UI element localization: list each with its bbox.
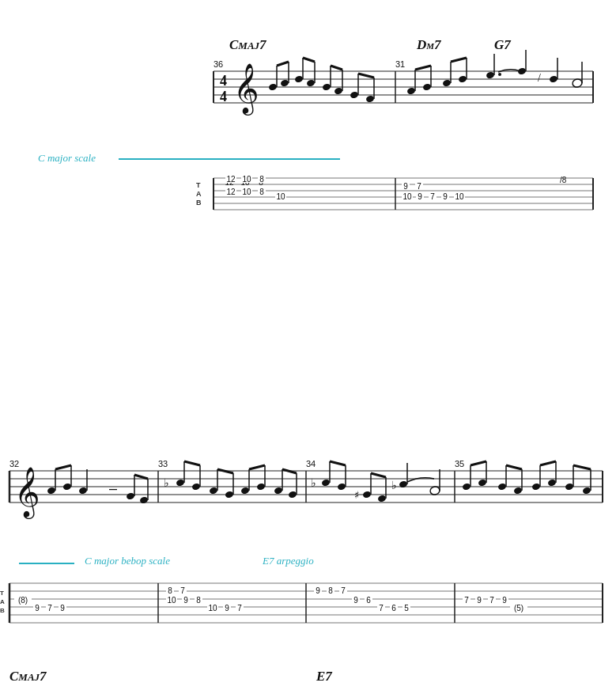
svg-point-20 <box>306 79 316 87</box>
svg-text:9: 9 <box>477 596 482 605</box>
svg-line-124 <box>134 475 148 479</box>
svg-text:9: 9 <box>443 192 448 201</box>
svg-text:34: 34 <box>306 459 316 468</box>
svg-point-136 <box>240 487 250 495</box>
svg-line-17 <box>277 62 289 66</box>
svg-point-173 <box>531 483 541 491</box>
svg-text:33: 33 <box>158 459 168 468</box>
svg-text:𝄞: 𝄞 <box>14 467 40 519</box>
svg-text:9: 9 <box>418 192 422 201</box>
svg-point-35 <box>422 83 432 91</box>
svg-text:10: 10 <box>402 192 412 201</box>
svg-text:9: 9 <box>502 596 507 605</box>
svg-point-178 <box>565 483 574 491</box>
svg-text:7: 7 <box>47 604 52 612</box>
svg-text:T: T <box>196 181 201 189</box>
svg-text:7: 7 <box>237 604 242 612</box>
svg-point-18 <box>294 75 304 83</box>
section-2: CMAJ7 E7 32 33 34 35 𝄞 <box>0 439 616 627</box>
svg-point-131 <box>209 487 218 495</box>
svg-point-23 <box>322 83 331 91</box>
scale-label-cmajor: C major scale <box>38 152 96 165</box>
svg-point-149 <box>337 483 346 491</box>
svg-text:8: 8 <box>259 175 264 184</box>
svg-text:A: A <box>196 190 202 198</box>
svg-line-116 <box>55 465 71 469</box>
svg-point-170 <box>513 487 523 495</box>
svg-text:/: / <box>538 72 541 84</box>
svg-text:7: 7 <box>379 604 384 612</box>
svg-point-153 <box>362 491 372 499</box>
svg-text:10: 10 <box>455 192 464 201</box>
svg-text:6: 6 <box>366 596 371 605</box>
svg-text:31: 31 <box>395 59 405 69</box>
svg-text:10: 10 <box>276 192 285 201</box>
svg-text:36: 36 <box>214 59 223 69</box>
svg-text:4: 4 <box>220 89 227 104</box>
svg-point-165 <box>478 479 487 487</box>
svg-line-172 <box>506 465 522 469</box>
svg-text:T: T <box>0 590 4 597</box>
svg-line-37 <box>415 66 431 70</box>
svg-point-112 <box>47 487 56 495</box>
scale-line-s2 <box>19 563 74 564</box>
svg-text:♭: ♭ <box>391 480 397 491</box>
svg-text:7: 7 <box>341 586 346 595</box>
svg-text:7: 7 <box>430 192 435 201</box>
svg-text:/8: /8 <box>560 176 567 184</box>
tab-section2: T A B (8) 9 7 9 8 7 10 9 8 10 <box>0 575 616 627</box>
svg-text:A: A <box>0 598 5 605</box>
scale-label-e7arp: E7 arpeggio <box>263 555 314 567</box>
svg-text:8: 8 <box>168 586 172 595</box>
svg-text:12: 12 <box>226 175 236 184</box>
svg-point-38 <box>442 79 452 87</box>
svg-point-141 <box>274 487 283 495</box>
svg-text:♭: ♭ <box>164 477 169 489</box>
svg-text:8: 8 <box>328 586 333 595</box>
svg-text:(8): (8) <box>18 596 28 605</box>
svg-text:9: 9 <box>353 596 358 605</box>
notation-section1: 36 31 4 4 𝄞 <box>0 28 616 150</box>
svg-point-33 <box>406 87 416 95</box>
svg-point-168 <box>497 483 507 491</box>
svg-text:9: 9 <box>35 604 40 612</box>
svg-line-177 <box>540 461 556 465</box>
svg-point-13 <box>268 83 278 91</box>
svg-point-180 <box>582 487 591 495</box>
svg-text:10: 10 <box>242 175 251 184</box>
svg-point-155 <box>377 495 387 502</box>
svg-point-133 <box>225 491 234 499</box>
svg-text:(5): (5) <box>514 604 523 612</box>
svg-line-140 <box>249 465 265 469</box>
scale-label-bebop: C major bebop scale <box>85 555 170 567</box>
svg-line-167 <box>471 461 486 465</box>
svg-text:5: 5 <box>404 604 409 612</box>
svg-text:4: 4 <box>220 73 227 89</box>
section-1: CMAJ7 DM7 G7 36 31 4 4 𝄞 <box>0 28 616 218</box>
svg-text:9: 9 <box>403 182 408 191</box>
svg-text:35: 35 <box>455 459 464 468</box>
svg-line-130 <box>184 461 200 465</box>
svg-line-22 <box>303 58 315 62</box>
svg-line-42 <box>451 58 467 62</box>
svg-point-147 <box>321 479 331 487</box>
scale-line-cmajor <box>119 158 340 160</box>
svg-text:8: 8 <box>259 188 264 196</box>
svg-text:7: 7 <box>180 586 185 595</box>
svg-point-30 <box>365 95 375 103</box>
svg-point-25 <box>334 87 343 95</box>
svg-point-40 <box>458 75 467 83</box>
svg-point-128 <box>191 483 201 491</box>
svg-point-45 <box>498 73 501 76</box>
svg-point-120 <box>126 492 135 500</box>
svg-text:9: 9 <box>316 586 320 595</box>
svg-text:–: – <box>109 480 117 496</box>
svg-point-138 <box>256 483 266 491</box>
svg-point-126 <box>176 479 185 487</box>
svg-text:♯: ♯ <box>354 489 359 501</box>
svg-text:7: 7 <box>417 182 421 191</box>
svg-text:10: 10 <box>167 596 176 605</box>
svg-point-49 <box>549 75 558 83</box>
svg-point-117 <box>78 487 88 495</box>
svg-text:B: B <box>0 607 5 614</box>
